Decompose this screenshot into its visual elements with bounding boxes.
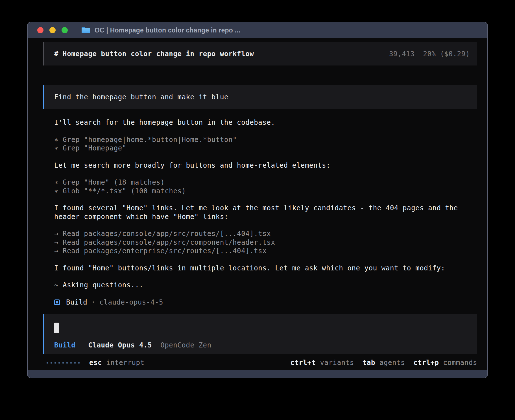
user-message-text: Find the homepage button and make it blu…: [54, 93, 228, 101]
agent-name: Build: [66, 298, 87, 306]
tool-call-read: → Read packages/console/app/src/routes/[…: [54, 229, 477, 238]
titlebar[interactable]: OC | Homepage button color change in rep…: [28, 22, 487, 38]
minimize-button[interactable]: [49, 27, 56, 33]
prompt-input[interactable]: Build Claude Opus 4.5 OpenCode Zen: [43, 314, 477, 354]
user-message: Find the homepage button and make it blu…: [43, 85, 477, 109]
hint-variants: ctrl+tvariants: [290, 359, 354, 367]
tool-call-grep: ∗ Grep "homepage|home.*button|Home.*butt…: [54, 135, 477, 144]
status-left: esc interrupt: [47, 359, 145, 367]
spinner-dot: [66, 362, 68, 364]
assistant-transcript: I'll search for the homepage button in t…: [54, 118, 477, 290]
status-bar: esc interrupt ctrl+tvariants tabagents c…: [43, 358, 477, 367]
terminal-window: OC | Homepage button color change in rep…: [27, 22, 488, 378]
agent-status-line: Build · claude-opus-4-5: [54, 298, 477, 307]
hint-commands: ctrl+pcommands: [413, 359, 477, 367]
tool-call-grep: ∗ Grep "Home" (18 matches): [54, 178, 477, 187]
tool-call-glob: ∗ Glob "**/*.tsx" (100 matches): [54, 187, 477, 196]
assistant-text: Let me search more broadly for buttons a…: [54, 161, 477, 170]
window-title: OC | Homepage button color change in rep…: [95, 27, 240, 34]
hint-agents: tabagents: [363, 359, 405, 367]
active-model-label[interactable]: Claude Opus 4.5: [88, 341, 152, 349]
spinner-dot: [51, 362, 52, 364]
spinner-dot: [70, 362, 72, 364]
tool-call-read: → Read packages/enterprise/src/routes/[.…: [54, 247, 477, 255]
esc-label: interrupt: [106, 359, 144, 367]
model-name: claude-opus-4-5: [99, 298, 163, 306]
tool-calls: ∗ Grep "homepage|home.*button|Home.*butt…: [54, 135, 477, 153]
spinner-dot: [78, 362, 80, 364]
session-title: # Homepage button color change in repo w…: [54, 50, 254, 58]
provider-label: OpenCode Zen: [160, 341, 211, 349]
tool-calls: → Read packages/console/app/src/routes/[…: [54, 229, 477, 255]
spinner-dot: [74, 362, 76, 364]
zoom-button[interactable]: [62, 27, 68, 33]
separator-dot: ·: [91, 298, 95, 306]
prompt-meta: Build Claude Opus 4.5 OpenCode Zen: [54, 341, 470, 349]
tool-calls: ∗ Grep "Home" (18 matches) ∗ Glob "**/*.…: [54, 178, 477, 195]
status-right: ctrl+tvariants tabagents ctrl+pcommands: [282, 359, 477, 367]
context-cost: 20% ($0.29): [423, 50, 470, 58]
close-button[interactable]: [37, 27, 43, 33]
assistant-text: I'll search for the homepage button in t…: [54, 118, 477, 127]
spinner-dot: [62, 362, 64, 364]
session-view: # Homepage button color change in repo w…: [28, 38, 487, 370]
spinner-dot: [47, 362, 48, 364]
folder-icon: [82, 27, 90, 33]
spinner-dot: [58, 362, 60, 364]
token-count: 39,413: [389, 50, 414, 58]
assistant-text: I found several "Home" links. Let me loo…: [54, 204, 477, 221]
session-header: # Homepage button color change in repo w…: [43, 42, 477, 65]
spinner-dot: [54, 362, 56, 364]
spinner-dots: [47, 362, 82, 364]
text-cursor: [54, 323, 59, 333]
traffic-lights: [37, 27, 74, 33]
assistant-text: I found "Home" buttons/links in multiple…: [54, 264, 477, 273]
agent-icon: [54, 299, 60, 305]
tool-call-grep: ∗ Grep "Homepage": [54, 144, 477, 153]
session-stats: 39,41320% ($0.29): [389, 50, 470, 58]
window-bottom-edge: [28, 370, 487, 378]
tool-call-read: → Read packages/console/app/src/componen…: [54, 238, 477, 247]
esc-key: esc: [89, 359, 102, 367]
agent-mode-label[interactable]: Build: [54, 341, 75, 349]
assistant-status: ~ Asking questions...: [54, 281, 477, 290]
